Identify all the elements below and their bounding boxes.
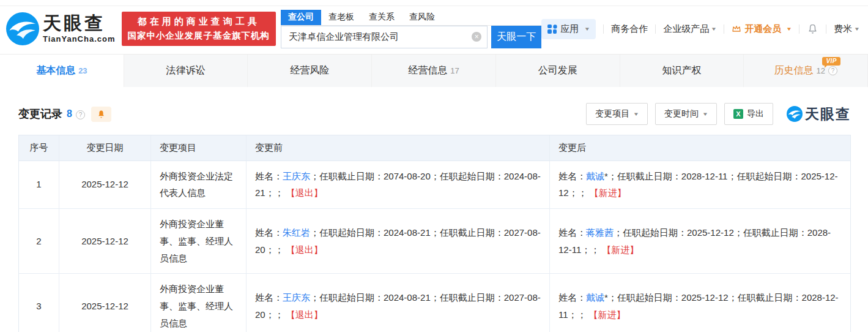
brand-domain: TianYanCha.com <box>43 34 116 43</box>
tianyancha-watermark: 天眼查 <box>787 105 851 124</box>
vip-badge: VIP <box>822 57 840 66</box>
table-header-row: 序号变更日期变更项目变更前变更后 <box>19 135 850 161</box>
tianyancha-logo[interactable]: 天眼查 TianYanCha.com <box>6 12 116 45</box>
user-account-menu[interactable]: 费米 ▼ <box>834 23 859 35</box>
tab-label: 历史信息 <box>774 64 813 77</box>
cell-text: 姓名： <box>558 171 586 181</box>
brand-slogan-banner: 都在用的商业查询工具 国家中小企业发展子基金旗下机构 <box>122 12 276 46</box>
row-seq: 2 <box>19 209 59 273</box>
search-tab-3[interactable]: 查风险 <box>402 10 442 25</box>
tab-5[interactable]: 知识产权 <box>620 55 744 87</box>
person-link[interactable]: 王庆东 <box>283 171 310 181</box>
watermark-text: 天眼查 <box>805 105 851 124</box>
row-date: 2025-12-12 <box>59 274 151 332</box>
header-right-menu: 应用 ▼ 商务合作 企业级产品 ▼ 开通会员 ▼ 费米 ▼ <box>541 19 859 39</box>
cell-text: 姓名： <box>558 227 586 238</box>
excel-icon: X <box>733 109 743 119</box>
search-tab-1[interactable]: 查老板 <box>321 10 362 25</box>
row-before: 姓名：朱红岩；任职起始日期：2024-08-21；任职截止日期：2027-08-… <box>247 209 550 273</box>
help-icon[interactable]: ? <box>828 66 837 75</box>
row-date: 2025-12-12 <box>59 161 151 209</box>
tab-4[interactable]: 公司发展 <box>496 55 620 87</box>
chevron-down-icon: ▼ <box>633 111 639 117</box>
search-area: 查公司查老板查关系查风险 × 天眼一下 <box>281 10 541 48</box>
status-tag: 【新进】 <box>590 187 626 198</box>
tab-6[interactable]: 历史信息12VIP? <box>744 55 868 87</box>
tab-count: 17 <box>450 66 459 75</box>
chevron-down-icon: ▼ <box>786 26 792 32</box>
section-count: 8 <box>67 108 72 119</box>
status-tag: 【退出】 <box>286 187 323 198</box>
row-item: 外商投资企业董事、监事、经理人员信息 <box>151 209 247 273</box>
cell-text: 姓名： <box>255 171 283 181</box>
tab-label: 经营风险 <box>290 64 329 77</box>
filter-change-time-dropdown[interactable]: 变更时间 ▼ <box>655 103 717 125</box>
chevron-down-icon: ▼ <box>711 26 717 32</box>
search-button[interactable]: 天眼一下 <box>491 26 541 48</box>
tab-2[interactable]: 经营风险 <box>248 55 372 87</box>
tab-0[interactable]: 基本信息23 <box>0 55 124 87</box>
subscribe-bell-button[interactable] <box>91 107 111 122</box>
slogan-line2: 国家中小企业发展子基金旗下机构 <box>128 30 270 42</box>
divider <box>799 25 799 34</box>
filter-change-project-dropdown[interactable]: 变更项目 ▼ <box>586 103 648 125</box>
row-before: 姓名：王庆东；任职起始日期：2024-08-21；任职截止日期：2027-08-… <box>247 274 550 332</box>
row-item: 外商投资企业董事、监事、经理人员信息 <box>151 274 247 332</box>
table-row: 32025-12-12外商投资企业董事、监事、经理人员信息姓名：王庆东；任职起始… <box>19 274 850 332</box>
tianyancha-logo-icon <box>6 12 39 45</box>
section-title: 变更记录 <box>18 107 62 121</box>
row-after: 姓名：戴诚*；任职起始日期：2025-12-12；任职截止日期：2028-12-… <box>550 274 850 332</box>
clear-search-icon[interactable]: × <box>472 32 481 42</box>
help-icon[interactable]: ? <box>76 110 85 119</box>
row-seq: 1 <box>19 161 59 209</box>
crown-icon <box>732 24 741 34</box>
notifications-bell-icon[interactable] <box>807 23 818 35</box>
cell-text: 姓名： <box>255 292 283 303</box>
row-date: 2025-12-12 <box>59 209 151 273</box>
business-cooperation-link[interactable]: 商务合作 <box>611 23 648 35</box>
status-tag: 【退出】 <box>286 244 323 255</box>
apps-menu[interactable]: 应用 ▼ <box>541 19 596 39</box>
column-header-4: 变更后 <box>550 135 850 160</box>
slogan-line1: 都在用的商业查询工具 <box>128 16 270 28</box>
tianyancha-logo-icon <box>787 106 803 122</box>
column-header-0: 序号 <box>19 135 59 160</box>
table-row: 12025-12-12外商投资企业法定代表人信息姓名：王庆东；任职截止日期：20… <box>19 161 850 209</box>
cell-text: 姓名： <box>255 227 283 238</box>
search-tab-2[interactable]: 查关系 <box>362 10 402 25</box>
search-tab-0[interactable]: 查公司 <box>281 10 321 25</box>
person-link[interactable]: 戴诚 <box>586 292 604 303</box>
row-before: 姓名：王庆东；任职截止日期：2074-08-20；任职起始日期：2024-08-… <box>247 161 550 209</box>
tab-3[interactable]: 经营信息17 <box>372 55 496 87</box>
person-link[interactable]: 王庆东 <box>283 292 310 303</box>
column-header-1: 变更日期 <box>59 135 151 160</box>
person-link[interactable]: 戴诚 <box>586 171 604 181</box>
change-records-header: 变更记录 8 ? 变更项目 ▼ 变更时间 ▼ X 导出 天眼查 <box>0 87 868 135</box>
row-item: 外商投资企业法定代表人信息 <box>151 161 247 209</box>
status-tag: 【退出】 <box>286 309 323 320</box>
tab-label: 公司发展 <box>538 64 577 77</box>
search-input[interactable] <box>281 26 488 48</box>
change-records-table: 序号变更日期变更项目变更前变更后12025-12-12外商投资企业法定代表人信息… <box>18 135 851 332</box>
export-button[interactable]: X 导出 <box>724 103 773 125</box>
person-link[interactable]: 蒋雅茜 <box>586 227 614 238</box>
tab-label: 经营信息 <box>408 64 447 77</box>
username: 费米 <box>834 23 852 35</box>
row-after: 姓名：蒋雅茜；任职起始日期：2025-12-12；任职截止日期：2028-12-… <box>550 209 850 273</box>
person-link[interactable]: 朱红岩 <box>283 227 310 238</box>
status-tag: 【新进】 <box>589 309 626 320</box>
divider <box>826 25 826 34</box>
row-after: 姓名：戴诚*；任职截止日期：2028-12-11；任职起始日期：2025-12-… <box>550 161 850 209</box>
search-category-tabs: 查公司查老板查关系查风险 <box>281 10 541 26</box>
enterprise-products-menu[interactable]: 企业级产品 ▼ <box>663 23 716 35</box>
page-top-divider <box>0 0 868 6</box>
chevron-down-icon: ▼ <box>702 111 708 117</box>
open-membership-menu[interactable]: 开通会员 ▼ <box>732 23 792 35</box>
divider <box>603 25 604 34</box>
tab-1[interactable]: 法律诉讼 <box>124 55 248 87</box>
chevron-down-icon: ▼ <box>854 26 860 32</box>
row-seq: 3 <box>19 274 59 332</box>
apps-grid-icon <box>547 25 557 34</box>
divider <box>655 25 656 34</box>
status-tag: 【新进】 <box>602 244 639 255</box>
